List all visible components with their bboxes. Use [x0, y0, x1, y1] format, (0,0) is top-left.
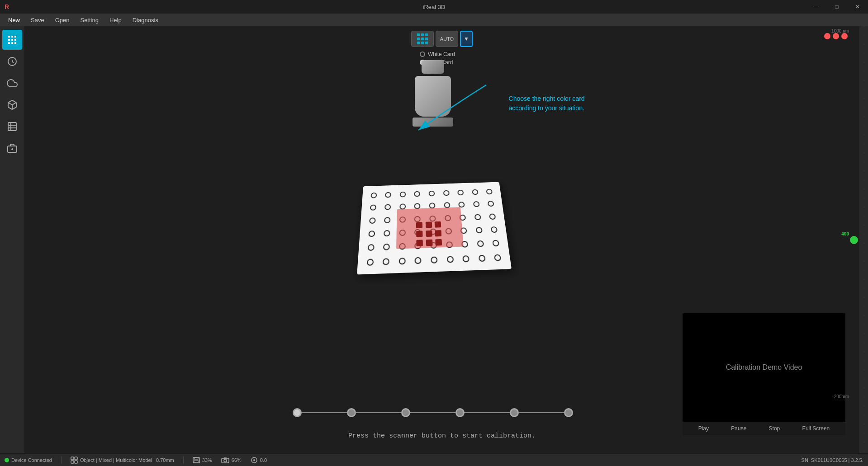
- highlight-dots: [416, 221, 441, 236]
- dot: [486, 223, 502, 236]
- menu-save[interactable]: Save: [26, 15, 49, 25]
- dot: [394, 254, 410, 268]
- svg-rect-20: [425, 33, 428, 36]
- hl-dot: [426, 230, 432, 236]
- svg-rect-0: [8, 36, 10, 38]
- indicator-dot-1: [824, 33, 830, 39]
- svg-rect-22: [421, 38, 424, 40]
- hl-dot: [435, 230, 441, 236]
- step-indicator: [293, 408, 573, 417]
- sidebar-btn-refresh[interactable]: [2, 52, 22, 71]
- svg-rect-31: [75, 461, 77, 463]
- dot: [410, 188, 424, 200]
- svg-rect-30: [71, 461, 74, 463]
- indicator-dot-2: [833, 33, 839, 39]
- dot: [485, 210, 500, 223]
- save-item: 33%: [193, 457, 212, 463]
- slider-thumb[interactable]: [850, 236, 858, 244]
- step-6: [564, 408, 573, 417]
- sidebar: [0, 26, 25, 453]
- dot: [396, 188, 409, 200]
- scan-icon: [71, 457, 78, 464]
- step-line: [302, 412, 347, 413]
- hl-dot: [416, 222, 422, 228]
- camera-item: 66%: [221, 457, 242, 463]
- dot: [363, 241, 379, 254]
- dot: [379, 227, 394, 240]
- hl-dot: [417, 240, 423, 246]
- dot: [488, 237, 504, 250]
- maximize-button[interactable]: □: [826, 0, 847, 14]
- menu-help[interactable]: Help: [105, 15, 126, 25]
- dot: [439, 187, 453, 199]
- grid-toggle-btn[interactable]: [411, 31, 434, 47]
- scanner-base: [413, 118, 453, 127]
- menu-open[interactable]: Open: [51, 15, 74, 25]
- dot: [427, 253, 442, 267]
- auto-label: AUTO: [440, 36, 454, 42]
- dot: [381, 189, 395, 201]
- sidebar-btn-toolbox[interactable]: [2, 138, 22, 158]
- svg-rect-34: [194, 461, 199, 462]
- sidebar-btn-table[interactable]: [2, 117, 22, 137]
- annotation-tooltip: Choose the right color card according to…: [509, 94, 590, 113]
- content-area: AUTO ▼ White Card Grey Card: [25, 26, 859, 453]
- svg-rect-23: [425, 38, 428, 40]
- svg-rect-2: [14, 36, 16, 38]
- svg-rect-26: [425, 42, 428, 44]
- svg-rect-3: [8, 39, 10, 41]
- highlight-area: [396, 207, 464, 249]
- menu-setting[interactable]: Setting: [76, 15, 103, 25]
- sidebar-btn-3d[interactable]: [2, 95, 22, 115]
- ruler-bottom-label: 200mm: [834, 394, 849, 399]
- scanner-head: [422, 60, 444, 74]
- save-pct: 33%: [202, 457, 212, 463]
- hl-dot: [416, 231, 422, 237]
- svg-rect-8: [14, 42, 16, 44]
- ruler-right: [859, 26, 868, 453]
- step-line: [410, 412, 455, 413]
- menu-diagnosis[interactable]: Diagnosis: [128, 15, 163, 25]
- connection-status: Device Connected: [5, 457, 52, 463]
- hl-dot: [425, 221, 432, 228]
- minimize-button[interactable]: —: [806, 0, 826, 14]
- divider: [183, 457, 184, 464]
- play-button[interactable]: Play: [698, 425, 709, 432]
- sidebar-btn-cloud[interactable]: [2, 73, 22, 93]
- side-slider[interactable]: [850, 236, 858, 244]
- dropdown-btn[interactable]: ▼: [460, 31, 473, 47]
- dot: [381, 201, 395, 213]
- pause-button[interactable]: Pause: [731, 425, 746, 432]
- svg-rect-29: [75, 457, 77, 460]
- calibration-board: [360, 180, 505, 270]
- ruler-middle-label: 400: [841, 231, 849, 236]
- stop-button[interactable]: Stop: [769, 425, 780, 432]
- white-card-option[interactable]: White Card: [420, 51, 455, 57]
- close-button[interactable]: ✕: [847, 0, 868, 14]
- auto-btn[interactable]: AUTO: [436, 31, 458, 47]
- svg-rect-19: [421, 33, 424, 36]
- video-controls: Play Pause Stop Full Screen: [683, 422, 845, 435]
- dot: [442, 252, 458, 266]
- svg-point-36: [224, 459, 227, 462]
- indicator-dots: [824, 33, 848, 39]
- white-card-radio[interactable]: [420, 52, 425, 57]
- connection-dot: [5, 458, 9, 462]
- mode-label: Object | Mixed | Multicolor Model | 0.70…: [80, 457, 174, 463]
- value-item: 0.0: [251, 457, 267, 464]
- dot: [379, 240, 394, 254]
- dot: [362, 255, 378, 269]
- svg-rect-21: [417, 38, 420, 40]
- step-1: [293, 408, 302, 417]
- dot: [469, 198, 484, 211]
- target-icon: [251, 457, 258, 464]
- step-3: [401, 408, 410, 417]
- menu-new[interactable]: New: [4, 15, 24, 25]
- sidebar-btn-grid[interactable]: [2, 30, 22, 50]
- dot: [453, 187, 468, 198]
- dot: [474, 251, 490, 265]
- dot: [364, 227, 379, 240]
- fullscreen-button[interactable]: Full Screen: [802, 425, 830, 432]
- step-2: [347, 408, 356, 417]
- svg-rect-28: [71, 457, 74, 460]
